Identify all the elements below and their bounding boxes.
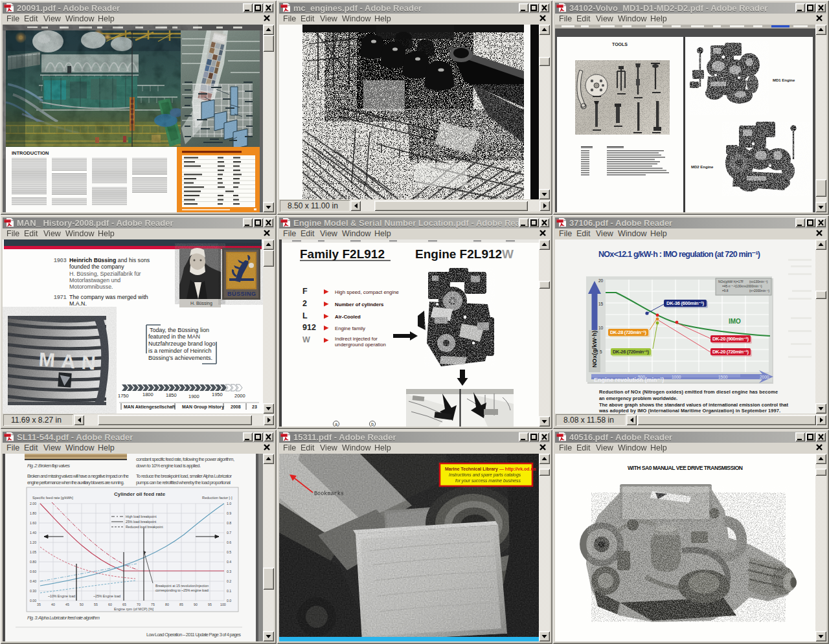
svg-text:engine performance when the au: engine performance when the auxiliary bl… — [27, 480, 124, 485]
svg-text:0.1: 0.1 — [227, 589, 231, 593]
svg-text:0.3: 0.3 — [227, 570, 231, 573]
svg-text:underground operation: underground operation — [335, 342, 386, 348]
svg-text:Engine family: Engine family — [335, 326, 365, 331]
svg-text:b: b — [371, 422, 374, 427]
svg-text:2.00: 2.00 — [30, 502, 36, 505]
svg-text:down to 10% engine load is app: down to 10% engine load is applied. — [136, 463, 201, 469]
svg-text:DK-36 (600min⁻¹): DK-36 (600min⁻¹) — [666, 300, 705, 306]
svg-text:15: 15 — [598, 302, 604, 306]
svg-text:constant specific feed rate, f: constant specific feed rate, following t… — [136, 456, 234, 462]
svg-text:=45·n⁻⁰⋅²(130≤n≤2000min⁻¹): =45·n⁻⁰⋅²(130≤n≤2000min⁻¹) — [722, 285, 762, 288]
svg-text:Number of cylinders: Number of cylinders — [335, 302, 384, 307]
svg-text:Engine revolution (min⁻¹): Engine revolution (min⁻¹) — [594, 377, 664, 383]
svg-text:F: F — [302, 287, 308, 296]
svg-text:Low Load Operation – 2011 Upda: Low Load Operation – 2011 Update Page 3 … — [146, 632, 241, 638]
svg-text:25% load breakpoint: 25% load breakpoint — [126, 520, 157, 524]
svg-text:Family F2L912: Family F2L912 — [300, 247, 385, 261]
svg-text:0.9: 0.9 — [227, 511, 231, 515]
svg-text:(n>2000min⁻¹): (n>2000min⁻¹) — [749, 289, 770, 293]
svg-text:DK-26 (720min⁻¹): DK-26 (720min⁻¹) — [613, 349, 650, 355]
svg-text:Today, the Büssing lion: Today, the Büssing lion — [150, 327, 209, 333]
svg-text:Bookmarks: Bookmarks — [314, 491, 344, 497]
svg-text:MAN Group History: MAN Group History — [182, 405, 224, 410]
svg-text:~25% Engine load: ~25% Engine load — [93, 594, 120, 598]
svg-text:IMO: IMO — [729, 318, 741, 325]
svg-text:1800: 1800 — [142, 392, 153, 397]
svg-text:2000: 2000 — [760, 375, 769, 379]
svg-text:0.80: 0.80 — [30, 560, 36, 564]
svg-text:0.2: 0.2 — [227, 579, 231, 583]
svg-text:80: 80 — [165, 603, 169, 606]
svg-text:0.60: 0.60 — [30, 570, 36, 573]
svg-text:Air-Cooled: Air-Cooled — [335, 314, 361, 320]
svg-text:35: 35 — [37, 603, 41, 606]
svg-text:Broken and missing valves will: Broken and missing valves will have a ne… — [27, 473, 129, 479]
svg-text:TOOLS: TOOLS — [612, 42, 628, 47]
svg-text:was adopted by IMO (Internatio: was adopted by IMO (International Mariti… — [598, 408, 780, 414]
svg-text:Instructions and spare parts c: Instructions and spare parts catalogs — [449, 472, 521, 478]
svg-text:DK-20 (900min⁻¹): DK-20 (900min⁻¹) — [712, 336, 749, 342]
svg-text:Indirect injected for: Indirect injected for — [335, 336, 378, 342]
svg-text:for your success marine busine: for your success marine business — [455, 478, 521, 483]
svg-text:1950: 1950 — [212, 392, 223, 397]
svg-text:Cylinder oil feed rate: Cylinder oil feed rate — [114, 491, 166, 497]
svg-text:75: 75 — [151, 603, 155, 606]
svg-text:High speed, compact engine: High speed, compact engine — [335, 289, 399, 295]
svg-text:WITH SA0 MANUAL VEE DRIVE TRAN: WITH SA0 MANUAL VEE DRIVE TRANSMISSION — [628, 465, 743, 471]
svg-text:MD2 Engine: MD2 Engine — [691, 165, 714, 169]
svg-text:65: 65 — [122, 603, 126, 606]
svg-text:DK-28 (720min⁻¹): DK-28 (720min⁻¹) — [610, 329, 647, 335]
svg-text:50: 50 — [80, 603, 84, 606]
svg-text:2008: 2008 — [231, 405, 241, 409]
svg-text:Reduction factor [-]: Reduction factor [-] — [202, 496, 233, 500]
svg-text:1750: 1750 — [118, 393, 129, 399]
svg-text:60: 60 — [108, 603, 112, 606]
svg-text:0.8: 0.8 — [227, 521, 231, 525]
svg-text:Heinrich Büssing and his sons: Heinrich Büssing and his sons — [69, 257, 150, 263]
svg-text:23: 23 — [252, 405, 257, 409]
svg-text:1903: 1903 — [54, 257, 67, 263]
svg-text:Specific feed rate [g/kWh]: Specific feed rate [g/kWh] — [32, 496, 73, 500]
svg-text:70: 70 — [137, 603, 141, 606]
svg-text:(≤≥130min⁻¹): (≤≥130min⁻¹) — [749, 280, 768, 283]
svg-text:2000: 2000 — [234, 393, 245, 399]
svg-text:1.40: 1.40 — [30, 531, 36, 535]
svg-text:Nutzfahrzeuge brand logo: Nutzfahrzeuge brand logo — [148, 340, 216, 347]
svg-text:0.7: 0.7 — [227, 531, 231, 535]
svg-text:1850: 1850 — [166, 392, 177, 398]
svg-text:NOx<12.1 g/kW·h : IMO regulati: NOx<12.1 g/kW·h : IMO regulation (at 720… — [598, 250, 760, 259]
svg-text:L: L — [302, 311, 308, 320]
svg-text:0.40: 0.40 — [30, 579, 36, 583]
svg-text:founded the company: founded the company — [69, 263, 124, 270]
svg-text:1.0: 1.0 — [227, 502, 231, 505]
svg-text:95: 95 — [208, 603, 212, 606]
svg-text:To reduce the breakpoint load,: To reduce the breakpoint load, smaller A… — [136, 473, 233, 479]
svg-text:Fig. 2: Broken flap valves: Fig. 2: Broken flap valves — [27, 463, 70, 469]
svg-text:Engine F2L912W: Engine F2L912W — [415, 247, 514, 261]
svg-text:INTRODUCTION: INTRODUCTION — [12, 150, 49, 156]
svg-text:corresponding to ~25% engine l: corresponding to ~25% engine load — [155, 588, 209, 592]
svg-text:an emergency problem worldwide: an emergency problem worldwide. — [599, 395, 677, 401]
svg-text:featured in the MAN: featured in the MAN — [148, 333, 200, 340]
svg-text:0.4: 0.4 — [227, 560, 231, 564]
svg-text:H. Büssing, Spezialfabrik für: H. Büssing, Spezialfabrik für — [69, 271, 141, 277]
svg-text:MAN Aktiengesellschaft: MAN Aktiengesellschaft — [124, 405, 176, 410]
svg-text:0.30: 0.30 — [30, 589, 36, 593]
svg-text:90: 90 — [194, 603, 198, 606]
svg-text:M.A.N.: M.A.N. — [69, 300, 87, 307]
svg-text:NOx(g/kW·h): NOx(g/kW·h) — [591, 330, 598, 368]
svg-text:1900: 1900 — [188, 394, 199, 399]
svg-text:Engine rpm (of MCP) [%]: Engine rpm (of MCP) [%] — [114, 607, 154, 611]
svg-text:85: 85 — [179, 603, 183, 606]
svg-text:5: 5 — [600, 350, 602, 354]
svg-text:Reduction of NOx (Nitrogen oxi: Reduction of NOx (Nitrogen oxides) emitt… — [599, 389, 778, 395]
svg-text:1.80: 1.80 — [30, 511, 36, 515]
svg-text:1.20: 1.20 — [30, 540, 36, 544]
svg-text:=9.8: =9.8 — [722, 289, 729, 293]
svg-text:Reduced load breakpoint: Reduced load breakpoint — [126, 525, 163, 529]
svg-text:55: 55 — [94, 603, 98, 606]
svg-text:0.6: 0.6 — [227, 540, 231, 544]
svg-text:1.05: 1.05 — [30, 550, 36, 554]
svg-text:10: 10 — [598, 326, 604, 330]
svg-text:100: 100 — [220, 603, 226, 606]
